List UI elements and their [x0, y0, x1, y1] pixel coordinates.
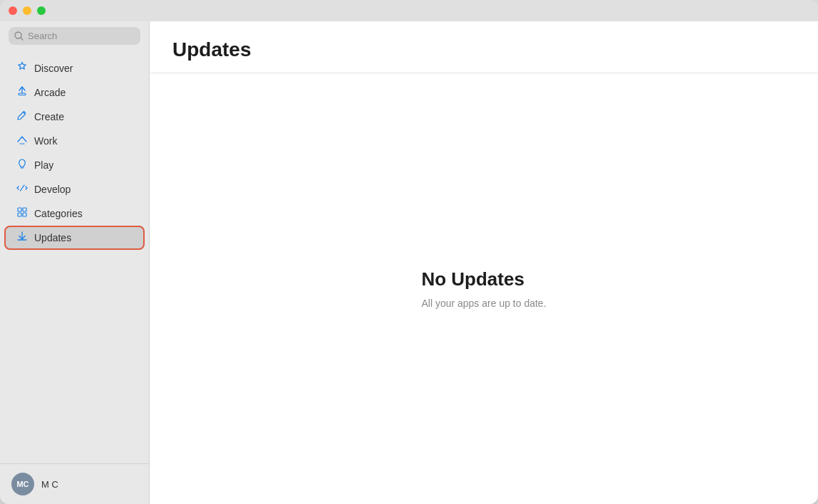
user-name: M C — [41, 479, 58, 490]
arcade-icon — [16, 85, 29, 100]
sidebar-item-develop-label: Develop — [34, 184, 71, 195]
sidebar: Discover Arcade — [0, 21, 150, 504]
search-icon — [14, 31, 24, 41]
develop-icon — [16, 182, 29, 196]
sidebar-item-discover-label: Discover — [34, 63, 73, 74]
svg-rect-5 — [18, 213, 21, 216]
minimize-button[interactable] — [23, 6, 31, 15]
sidebar-item-create[interactable]: Create — [4, 105, 145, 129]
sidebar-item-arcade-label: Arcade — [34, 87, 66, 98]
svg-rect-4 — [23, 208, 26, 211]
categories-icon — [16, 206, 29, 221]
title-bar — [0, 0, 818, 21]
work-icon — [16, 134, 29, 148]
sidebar-item-work[interactable]: Work — [4, 129, 145, 153]
no-updates-subtitle: All your apps are up to date. — [421, 298, 546, 309]
avatar-initials: MC — [16, 480, 29, 488]
sidebar-item-play[interactable]: Play — [4, 153, 145, 177]
main-body: No Updates All your apps are up to date. — [150, 73, 818, 504]
page-title: Updates — [172, 38, 795, 61]
search-bar[interactable] — [9, 27, 140, 45]
svg-rect-6 — [23, 213, 26, 216]
main-header: Updates — [150, 21, 818, 73]
create-icon — [16, 110, 29, 124]
no-updates-container: No Updates All your apps are up to date. — [421, 268, 546, 309]
sidebar-item-updates-label: Updates — [34, 232, 71, 243]
search-input[interactable] — [28, 31, 135, 41]
app-window: Discover Arcade — [0, 0, 818, 504]
avatar: MC — [11, 473, 34, 495]
sidebar-item-categories-label: Categories — [34, 208, 83, 219]
svg-rect-2 — [19, 93, 26, 95]
sidebar-footer: MC M C — [0, 463, 149, 504]
sidebar-item-develop[interactable]: Develop — [4, 177, 145, 201]
sidebar-item-create-label: Create — [34, 111, 64, 122]
svg-line-1 — [21, 38, 23, 40]
sidebar-item-discover[interactable]: Discover — [4, 56, 145, 80]
close-button[interactable] — [9, 6, 17, 15]
app-body: Discover Arcade — [0, 21, 818, 504]
nav-items: Discover Arcade — [0, 53, 149, 463]
sidebar-item-play-label: Play — [34, 159, 53, 171]
sidebar-item-arcade[interactable]: Arcade — [4, 80, 145, 105]
play-icon — [16, 158, 29, 172]
star-icon — [16, 61, 29, 75]
sidebar-item-updates[interactable]: Updates — [4, 226, 145, 250]
maximize-button[interactable] — [37, 6, 46, 15]
sidebar-item-work-label: Work — [34, 135, 57, 147]
svg-rect-3 — [18, 208, 21, 211]
sidebar-item-categories[interactable]: Categories — [4, 201, 145, 226]
main-content: Updates No Updates All your apps are up … — [150, 21, 818, 504]
updates-icon — [16, 231, 29, 245]
no-updates-title: No Updates — [421, 268, 546, 290]
